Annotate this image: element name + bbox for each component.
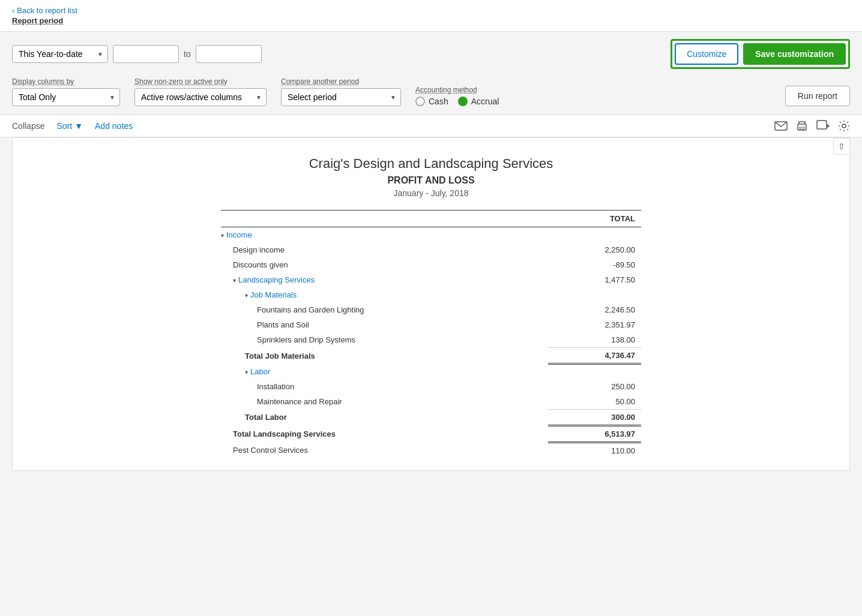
print-icon-button[interactable] [796,120,808,132]
sort-chevron-icon: ▼ [74,121,83,131]
row-label: Plants and Soil [257,320,309,329]
email-icon-button[interactable] [774,121,788,131]
chevron-down-icon: ▾ [245,369,248,375]
sort-button[interactable]: Sort ▼ [56,121,83,131]
table-row: Sprinklers and Drip Systems138.00 [221,332,641,348]
date-to-input[interactable]: 07/31/2018 [196,45,262,63]
chevron-down-icon: ▾ [233,277,236,284]
table-row: Total Landscaping Services6,513.97 [221,425,641,442]
compare-period-label: Compare another period [281,77,401,86]
cash-radio-circle [415,97,425,106]
table-row: Maintenance and Repair50.00 [221,394,641,410]
report-inner: Craig's Design and Landscaping Services … [203,138,659,470]
svg-rect-3 [817,121,827,129]
toolbar-left: Collapse Sort ▼ Add notes [12,121,133,131]
chevron-down-icon: ▾ [221,232,224,239]
cash-radio[interactable]: Cash [415,97,448,106]
compare-period-select-wrapper: Select period Previous Period Previous Y… [281,88,401,106]
row-label: Pest Control Services [233,446,308,455]
display-columns-label: Display columns by [12,77,120,86]
row-label: Sprinklers and Drip Systems [257,335,355,344]
customize-button[interactable]: Customize [675,43,738,65]
scroll-to-top-button[interactable]: ⇧ [833,138,850,155]
table-header-total: TOTAL [548,211,641,227]
toolbar-right [774,120,850,132]
table-row: ▾Labor [221,364,641,379]
accrual-radio-circle [458,97,468,106]
table-row: Discounts given-89.50 [221,257,641,272]
row-label[interactable]: Income [226,230,252,239]
report-period-label: Report period [12,16,850,25]
report-table: TOTAL ▾IncomeDesign income2,250.00Discou… [221,210,641,458]
row-label: Discounts given [233,260,288,269]
table-header-description [221,211,548,227]
table-row: Design income2,250.00 [221,242,641,257]
chevron-left-icon: ‹ [12,6,14,15]
svg-rect-2 [800,127,804,129]
table-row: Plants and Soil2,351.97 [221,317,641,332]
table-row: Installation250.00 [221,379,641,394]
add-notes-button[interactable]: Add notes [95,121,133,131]
run-report-button[interactable]: Run report [785,86,850,106]
table-row: Total Labor300.00 [221,409,641,425]
action-buttons-group: Customize Save customization [671,39,850,69]
export-icon-button[interactable] [816,120,830,132]
accrual-radio[interactable]: Accrual [458,97,499,106]
compare-period-select[interactable]: Select period Previous Period Previous Y… [281,88,401,106]
display-columns-select[interactable]: Total Only Month Quarter Year [12,88,120,106]
table-row: ▾Job Materials [221,287,641,302]
to-label: to [184,49,191,59]
cash-label: Cash [429,97,448,106]
row-label: Total Job Materials [245,351,315,360]
table-row: Fountains and Garden Lighting2,246.50 [221,302,641,317]
table-row: Total Job Materials4,736.47 [221,348,641,364]
company-name: Craig's Design and Landscaping Services [221,156,641,172]
collapse-button[interactable]: Collapse [12,121,44,131]
save-customization-button[interactable]: Save customization [743,43,846,65]
row-label[interactable]: Labor [250,367,270,376]
report-period: January - July, 2018 [221,188,641,198]
show-nonzero-select[interactable]: Active rows/active columns Non-zero rows… [134,88,267,106]
date-from-input[interactable]: 01/01/2018 [113,45,179,63]
accrual-label: Accrual [471,97,499,106]
report-toolbar: Collapse Sort ▼ Add notes [0,115,862,137]
period-select[interactable]: This Year-to-date This Month Last Month … [12,45,108,63]
settings-icon-button[interactable] [838,120,850,132]
row-label: Fountains and Garden Lighting [257,305,364,314]
display-columns-select-wrapper: Total Only Month Quarter Year [12,88,120,106]
show-nonzero-label: Show non-zero or active only [134,77,267,86]
row-label: Total Landscaping Services [233,429,336,438]
period-select-wrapper: This Year-to-date This Month Last Month … [12,45,108,63]
row-label[interactable]: Job Materials [250,290,297,299]
report-container: Craig's Design and Landscaping Services … [12,137,850,471]
row-label[interactable]: Landscaping Services [238,275,315,284]
report-title: PROFIT AND LOSS [221,175,641,186]
row-label: Installation [257,382,294,391]
row-label: Design income [233,245,285,254]
svg-point-5 [842,124,846,128]
accounting-method-label: Accounting method [415,86,499,94]
table-row: ▾Landscaping Services1,477.50 [221,272,641,287]
row-label: Maintenance and Repair [257,397,342,406]
show-nonzero-select-wrapper: Active rows/active columns Non-zero rows… [134,88,267,106]
table-row: ▾Income [221,227,641,243]
back-to-report-list[interactable]: ‹ Back to report list [12,6,850,15]
accounting-method-group: Cash Accrual [415,97,499,106]
row-label: Total Labor [245,413,287,422]
chevron-down-icon: ▾ [245,292,248,299]
table-row: Pest Control Services110.00 [221,442,641,458]
